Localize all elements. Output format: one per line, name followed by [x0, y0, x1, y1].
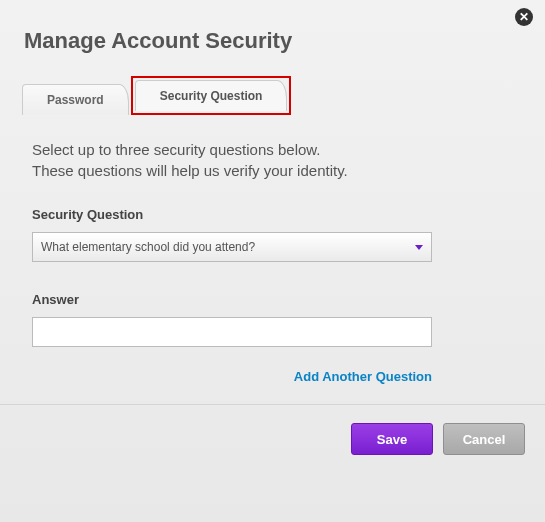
answer-label: Answer [32, 292, 513, 307]
add-another-question-link[interactable]: Add Another Question [32, 369, 432, 384]
tab-security-question[interactable]: Security Question [135, 80, 288, 111]
security-question-select[interactable]: What elementary school did you attend? [32, 232, 432, 262]
intro-line1: Select up to three security questions be… [32, 141, 321, 158]
answer-input[interactable] [32, 317, 432, 347]
close-icon[interactable]: ✕ [515, 8, 533, 26]
security-question-selected: What elementary school did you attend? [41, 240, 255, 254]
save-button[interactable]: Save [351, 423, 433, 455]
dialog-title: Manage Account Security [0, 0, 545, 54]
button-row: Save Cancel [0, 405, 545, 455]
tab-content: Select up to three security questions be… [0, 115, 545, 384]
security-question-label: Security Question [32, 207, 513, 222]
intro-text: Select up to three security questions be… [32, 139, 513, 181]
tab-security-question-highlight: Security Question [131, 76, 292, 115]
cancel-button[interactable]: Cancel [443, 423, 525, 455]
tab-password[interactable]: Password [22, 84, 129, 115]
chevron-down-icon [415, 245, 423, 250]
intro-line2: These questions will help us verify your… [32, 162, 348, 179]
tab-bar: Password Security Question [22, 76, 545, 115]
